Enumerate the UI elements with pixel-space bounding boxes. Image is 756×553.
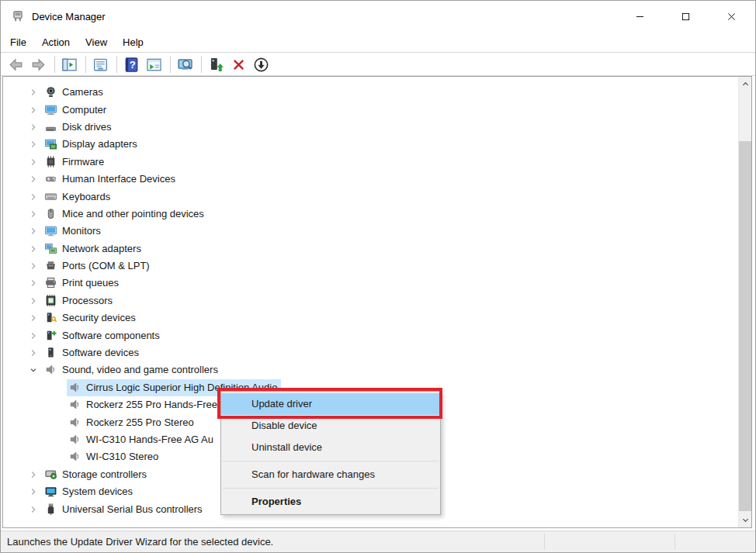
tree-item[interactable]: Security devices xyxy=(43,309,140,327)
tree-row[interactable]: Firmware xyxy=(3,154,751,171)
minimize-button[interactable] xyxy=(617,1,663,32)
context-menu-item-scan-for-hardware-changes[interactable]: Scan for hardware changes xyxy=(221,464,440,486)
tree-item[interactable]: Human Interface Devices xyxy=(43,171,179,188)
tree-item-label: WI-C310 Stereo xyxy=(86,451,158,462)
chevron-right-icon[interactable] xyxy=(27,312,40,324)
tree-row[interactable]: Human Interface Devices xyxy=(3,171,751,188)
tree-row[interactable]: Monitors xyxy=(3,223,751,240)
tree-row[interactable]: Software components xyxy=(3,327,751,344)
tree-item[interactable]: Software devices xyxy=(43,344,143,361)
tree-row[interactable]: Computer xyxy=(3,101,751,118)
chevron-right-icon[interactable] xyxy=(27,330,40,342)
tree-row[interactable]: Keyboards xyxy=(3,188,751,205)
chevron-right-icon[interactable] xyxy=(27,208,40,220)
tree-item[interactable]: Sound, video and game controllers xyxy=(43,361,222,378)
tree-item[interactable]: Ports (COM & LPT) xyxy=(43,257,154,275)
tree-row[interactable]: Disk drives xyxy=(3,119,751,136)
tree-item[interactable]: Monitors xyxy=(43,223,105,240)
chevron-right-icon[interactable] xyxy=(27,191,40,203)
properties-doc-icon xyxy=(92,57,109,73)
close-button[interactable] xyxy=(709,1,754,32)
tree-row[interactable]: Mice and other pointing devices xyxy=(3,206,751,223)
forward-arrow-icon xyxy=(30,57,47,73)
chevron-right-icon[interactable] xyxy=(27,243,40,255)
chevron-right-icon[interactable] xyxy=(27,156,40,168)
chevron-right-icon[interactable] xyxy=(27,486,40,498)
tree-row[interactable]: Cameras xyxy=(3,84,751,101)
tree-item[interactable]: WI-C310 Stereo xyxy=(67,448,162,465)
maximize-button[interactable] xyxy=(663,1,709,32)
menu-view[interactable]: View xyxy=(78,33,115,51)
tree-item[interactable]: Storage controllers xyxy=(43,466,151,483)
chevron-right-icon[interactable] xyxy=(27,173,40,185)
tree-item-label: Rockerz 255 Pro Hands-Free xyxy=(86,399,217,410)
speaker-icon xyxy=(68,433,81,446)
menu-file[interactable]: File xyxy=(2,33,34,51)
properties-button[interactable] xyxy=(90,54,110,74)
tree-item[interactable]: Computer xyxy=(43,102,110,119)
update-driver-icon xyxy=(208,57,224,73)
chevron-right-icon[interactable] xyxy=(27,104,40,116)
tree-item[interactable]: Software components xyxy=(43,327,164,344)
chevron-right-icon[interactable] xyxy=(27,138,40,150)
tree-row[interactable]: Processors xyxy=(3,292,751,309)
tree-item-label: Software components xyxy=(62,330,160,341)
context-menu-item-disable-device[interactable]: Disable device xyxy=(221,415,440,437)
scrollbar-thumb[interactable] xyxy=(739,141,752,511)
tree-row[interactable]: Print queues xyxy=(3,275,751,292)
tree-row[interactable]: Network adapters xyxy=(3,240,751,257)
tree-row[interactable]: Ports (COM & LPT) xyxy=(3,257,751,275)
update-driver-button[interactable] xyxy=(206,54,226,74)
back-button[interactable] xyxy=(5,54,26,74)
menu-action[interactable]: Action xyxy=(34,33,78,51)
tree-row[interactable]: Sound, video and game controllers xyxy=(3,361,751,378)
tree-item[interactable]: Firmware xyxy=(43,154,108,171)
window-controls xyxy=(617,1,754,32)
tree-row[interactable]: Software devices xyxy=(3,344,751,361)
chevron-right-icon[interactable] xyxy=(27,277,40,289)
chevron-right-icon[interactable] xyxy=(27,225,40,237)
tree-item[interactable]: Rockerz 255 Pro Stereo xyxy=(67,414,198,431)
menu-help[interactable]: Help xyxy=(115,33,151,51)
tree-item[interactable]: Mice and other pointing devices xyxy=(43,206,208,223)
tree-row[interactable]: Display adapters xyxy=(3,136,751,153)
action-pane-button[interactable] xyxy=(144,54,164,74)
scroll-down-button[interactable] xyxy=(739,513,752,527)
tree-item[interactable]: Processors xyxy=(43,292,116,309)
tree-item[interactable]: WI-C310 Hands-Free AG Au xyxy=(67,431,217,448)
chevron-right-icon[interactable] xyxy=(27,468,40,481)
forward-button[interactable] xyxy=(28,54,48,74)
tree-item[interactable]: Network adapters xyxy=(43,240,145,257)
chevron-right-icon[interactable] xyxy=(27,295,40,307)
chevron-right-icon[interactable] xyxy=(27,347,40,359)
vertical-scrollbar[interactable] xyxy=(738,77,751,527)
scan-hardware-changes-button[interactable] xyxy=(175,54,195,74)
tree-item[interactable]: Universal Serial Bus controllers xyxy=(43,501,206,518)
chevron-right-icon[interactable] xyxy=(27,86,40,99)
show-hide-console-tree-button[interactable] xyxy=(59,54,79,74)
tree-item-label: Security devices xyxy=(62,312,136,323)
firmware-icon xyxy=(44,155,57,168)
disable-device-button[interactable] xyxy=(251,54,271,74)
tree-item[interactable]: Rockerz 255 Pro Hands-Free xyxy=(67,396,221,413)
tree-item[interactable]: Disk drives xyxy=(43,119,116,136)
tree-row[interactable]: Security devices xyxy=(3,309,751,327)
tree-indent-spacer xyxy=(51,382,64,394)
chevron-right-icon[interactable] xyxy=(27,503,40,516)
disk-drive-icon xyxy=(44,120,57,133)
software-device-icon xyxy=(44,346,57,359)
help-button[interactable]: ? xyxy=(121,54,141,74)
context-menu-item-uninstall-device[interactable]: Uninstall device xyxy=(221,437,440,458)
tree-item[interactable]: Keyboards xyxy=(43,188,114,206)
scroll-up-button[interactable] xyxy=(739,78,752,91)
tree-item[interactable]: System devices xyxy=(43,483,137,500)
tree-item[interactable]: Cameras xyxy=(43,84,107,101)
tree-item[interactable]: Display adapters xyxy=(43,136,141,153)
chevron-right-icon[interactable] xyxy=(27,121,40,133)
chevron-right-icon[interactable] xyxy=(27,260,40,272)
tree-item[interactable]: Print queues xyxy=(43,275,123,292)
chevron-down-icon[interactable] xyxy=(27,364,40,376)
uninstall-device-button[interactable] xyxy=(228,54,248,74)
context-menu-item-properties[interactable]: Properties xyxy=(221,491,440,513)
context-menu-item-update-driver[interactable]: Update driver xyxy=(221,393,440,415)
